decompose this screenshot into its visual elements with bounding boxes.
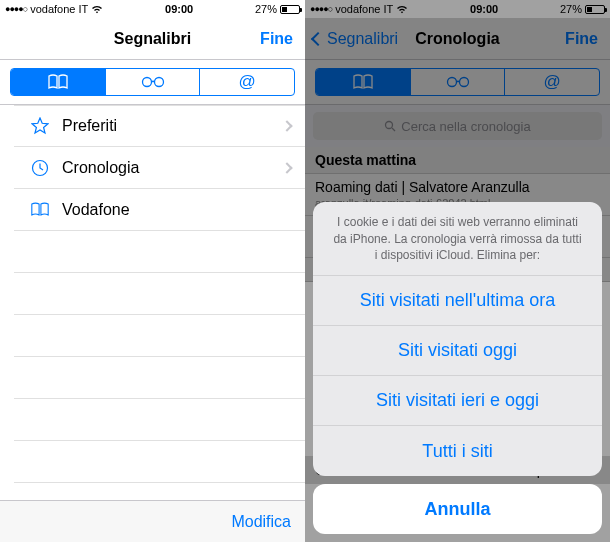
cancel-button[interactable]: Annulla	[313, 484, 602, 534]
action-sheet-message: I cookie e i dati dei siti web verranno …	[313, 202, 602, 276]
book-icon	[28, 202, 52, 217]
svg-point-1	[154, 78, 163, 87]
history-screen: ●●●●○ vodafone IT 09:00 27% Segnalibri C…	[305, 0, 610, 542]
svg-point-0	[142, 78, 151, 87]
action-sheet: I cookie e i dati dei siti web verranno …	[313, 202, 602, 534]
seg-shared-links[interactable]: @	[199, 69, 294, 95]
wifi-icon	[91, 5, 103, 14]
segmented-control-wrap: @	[0, 60, 305, 105]
clock-label: 09:00	[165, 3, 193, 15]
segmented-control: @	[10, 68, 295, 96]
row-favorites[interactable]: Preferiti	[14, 105, 305, 147]
clear-today-yesterday-button[interactable]: Siti visitati ieri e oggi	[313, 376, 602, 426]
clear-last-hour-button[interactable]: Siti visitati nell'ultima ora	[313, 276, 602, 326]
battery-percent-label: 27%	[255, 3, 277, 15]
clear-today-button[interactable]: Siti visitati oggi	[313, 326, 602, 376]
row-label: Cronologia	[62, 159, 283, 177]
chevron-right-icon	[281, 162, 292, 173]
seg-reading-list[interactable]	[105, 69, 200, 95]
signal-dots-icon: ●●●●○	[5, 4, 27, 14]
star-icon	[28, 117, 52, 135]
row-vodafone[interactable]: Vodafone	[14, 189, 305, 231]
bookmarks-list: Preferiti Cronologia Vodafone	[0, 105, 305, 231]
page-title: Segnalibri	[114, 30, 191, 48]
at-sign-icon: @	[239, 72, 256, 92]
chevron-right-icon	[281, 120, 292, 131]
book-open-icon	[47, 74, 69, 90]
seg-bookmarks[interactable]	[11, 69, 105, 95]
nav-bar: Segnalibri Fine	[0, 18, 305, 60]
bottom-toolbar: Modifica	[0, 500, 305, 542]
empty-rows	[0, 231, 305, 525]
row-label: Vodafone	[62, 201, 291, 219]
edit-button[interactable]: Modifica	[231, 513, 291, 531]
clock-icon	[28, 159, 52, 177]
done-button[interactable]: Fine	[260, 30, 293, 48]
bookmarks-screen: ●●●●○ vodafone IT 09:00 27% Segnalibri F…	[0, 0, 305, 542]
status-bar: ●●●●○ vodafone IT 09:00 27%	[0, 0, 305, 18]
row-history[interactable]: Cronologia	[14, 147, 305, 189]
battery-icon	[280, 5, 300, 14]
row-label: Preferiti	[62, 117, 283, 135]
clear-all-button[interactable]: Tutti i siti	[313, 426, 602, 476]
action-sheet-group: I cookie e i dati dei siti web verranno …	[313, 202, 602, 476]
glasses-icon	[140, 75, 166, 89]
carrier-label: vodafone IT	[30, 3, 88, 15]
